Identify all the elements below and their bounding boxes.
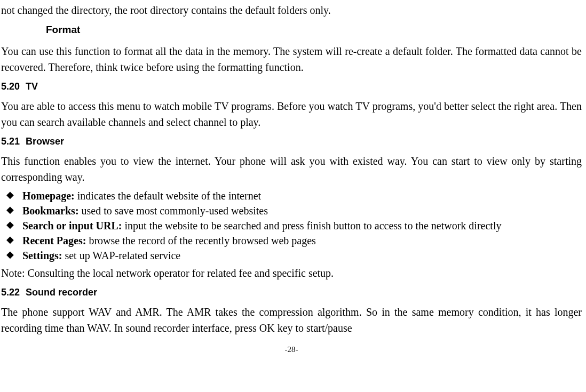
sound-recorder-title: Sound recorder [26,287,97,298]
tv-body: You are able to access this menu to watc… [1,98,582,130]
browser-heading: 5.21Browser [1,134,582,149]
tv-number: 5.20 [1,79,26,94]
tv-title: TV [26,81,38,92]
browser-note: Note: Consulting the local network opera… [1,265,582,281]
list-item: Recent Pages: browse the record of the r… [1,233,582,248]
list-item-label: Bookmarks: [22,205,79,217]
list-item: Homepage: indicates the default website … [1,188,582,203]
tv-heading: 5.20TV [1,79,582,94]
sound-recorder-heading: 5.22Sound recorder [1,285,582,300]
list-item-text: indicates the default website of the int… [75,190,261,202]
list-item: Bookmarks: used to save most commonly-us… [1,203,582,218]
page-number: -28- [1,343,582,356]
browser-title: Browser [26,136,64,147]
list-item: Settings: set up WAP-related service [1,248,582,263]
format-body: You can use this function to format all … [1,43,582,75]
browser-number: 5.21 [1,134,26,149]
list-item-text: used to save most commonly-used websites [79,205,268,217]
browser-list: Homepage: indicates the default website … [1,188,582,263]
intro-fragment: not changed the directory, the root dire… [1,2,582,18]
browser-intro: This function enables you to view the in… [1,153,582,185]
list-item-text: set up WAP-related service [62,250,180,261]
format-heading: Format [46,22,582,38]
list-item-text: input the website to be searched and pre… [122,220,502,231]
list-item: Search or input URL: input the website t… [1,218,582,233]
list-item-label: Settings: [22,250,62,261]
list-item-label: Recent Pages: [22,235,86,246]
list-item-text: browse the record of the recently browse… [86,235,315,246]
list-item-label: Homepage: [22,190,75,202]
list-item-label: Search or input URL: [22,220,122,231]
sound-recorder-number: 5.22 [1,285,26,300]
sound-recorder-body: The phone support WAV and AMR. The AMR t… [1,304,582,336]
